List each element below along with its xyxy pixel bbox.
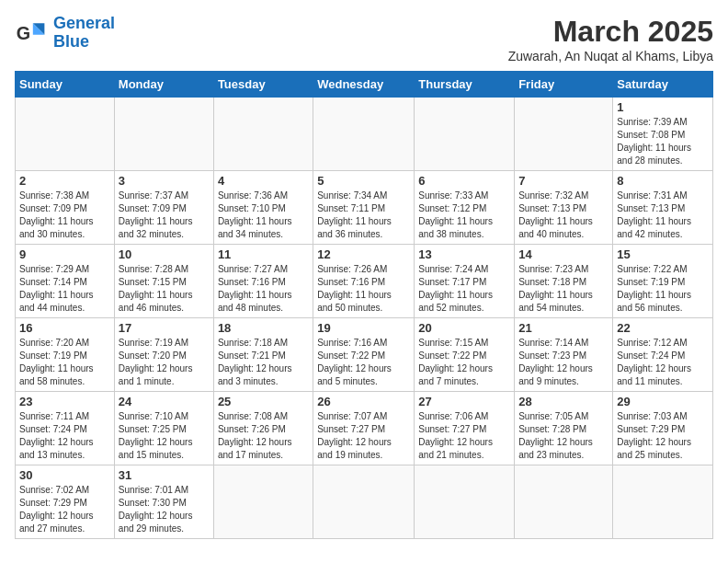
day-4: 4 Sunrise: 7:36 AMSunset: 7:10 PMDayligh… [213, 171, 313, 245]
location: Zuwarah, An Nuqat al Khams, Libya [508, 49, 713, 63]
week-row-4: 16 Sunrise: 7:20 AMSunset: 7:19 PMDaylig… [16, 318, 713, 392]
empty-cell [16, 98, 115, 171]
day-23: 23 Sunrise: 7:11 AMSunset: 7:24 PMDaylig… [16, 392, 115, 465]
day-2: 2 Sunrise: 7:38 AMSunset: 7:09 PMDayligh… [16, 171, 115, 245]
day-20: 20 Sunrise: 7:15 AMSunset: 7:22 PMDaylig… [415, 318, 515, 392]
empty-cell [213, 465, 313, 539]
week-row-6: 30 Sunrise: 7:02 AMSunset: 7:29 PMDaylig… [16, 465, 713, 539]
day-16: 16 Sunrise: 7:20 AMSunset: 7:19 PMDaylig… [16, 318, 115, 392]
empty-cell [213, 98, 313, 171]
month-title: March 2025 [508, 15, 713, 49]
empty-cell [515, 98, 613, 171]
day-8: 8 Sunrise: 7:31 AMSunset: 7:13 PMDayligh… [613, 171, 713, 245]
logo-general: General [53, 14, 115, 32]
day-15: 15 Sunrise: 7:22 AMSunset: 7:19 PMDaylig… [613, 245, 713, 318]
day-1: 1 Sunrise: 7:39 AMSunset: 7:08 PMDayligh… [613, 98, 713, 171]
logo-text: General Blue [53, 15, 115, 52]
calendar-table: Sunday Monday Tuesday Wednesday Thursday… [15, 71, 713, 539]
day-31: 31 Sunrise: 7:01 AMSunset: 7:30 PMDaylig… [114, 465, 213, 539]
logo: G General Blue [15, 15, 115, 52]
empty-cell [613, 465, 713, 539]
day-9: 9 Sunrise: 7:29 AMSunset: 7:14 PMDayligh… [16, 245, 115, 318]
empty-cell [415, 465, 515, 539]
empty-cell [114, 98, 213, 171]
day-27: 27 Sunrise: 7:06 AMSunset: 7:27 PMDaylig… [415, 392, 515, 465]
empty-cell [313, 98, 415, 171]
day-29: 29 Sunrise: 7:03 AMSunset: 7:29 PMDaylig… [613, 392, 713, 465]
header-tuesday: Tuesday [213, 72, 313, 98]
day-5: 5 Sunrise: 7:34 AMSunset: 7:11 PMDayligh… [313, 171, 415, 245]
day-22: 22 Sunrise: 7:12 AMSunset: 7:24 PMDaylig… [613, 318, 713, 392]
day-3: 3 Sunrise: 7:37 AMSunset: 7:09 PMDayligh… [114, 171, 213, 245]
day-30: 30 Sunrise: 7:02 AMSunset: 7:29 PMDaylig… [16, 465, 115, 539]
empty-cell [313, 465, 415, 539]
day-14: 14 Sunrise: 7:23 AMSunset: 7:18 PMDaylig… [515, 245, 613, 318]
week-row-5: 23 Sunrise: 7:11 AMSunset: 7:24 PMDaylig… [16, 392, 713, 465]
header-sunday: Sunday [16, 72, 115, 98]
empty-cell [415, 98, 515, 171]
header-saturday: Saturday [613, 72, 713, 98]
header-wednesday: Wednesday [313, 72, 415, 98]
day-13: 13 Sunrise: 7:24 AMSunset: 7:17 PMDaylig… [415, 245, 515, 318]
day-11: 11 Sunrise: 7:27 AMSunset: 7:16 PMDaylig… [213, 245, 313, 318]
day-17: 17 Sunrise: 7:19 AMSunset: 7:20 PMDaylig… [114, 318, 213, 392]
day-21: 21 Sunrise: 7:14 AMSunset: 7:23 PMDaylig… [515, 318, 613, 392]
day-18: 18 Sunrise: 7:18 AMSunset: 7:21 PMDaylig… [213, 318, 313, 392]
page-header: G General Blue March 2025 Zuwarah, An Nu… [15, 15, 713, 63]
day-25: 25 Sunrise: 7:08 AMSunset: 7:26 PMDaylig… [213, 392, 313, 465]
day-10: 10 Sunrise: 7:28 AMSunset: 7:15 PMDaylig… [114, 245, 213, 318]
day-24: 24 Sunrise: 7:10 AMSunset: 7:25 PMDaylig… [114, 392, 213, 465]
header-thursday: Thursday [415, 72, 515, 98]
logo-blue: Blue [53, 32, 89, 51]
title-block: March 2025 Zuwarah, An Nuqat al Khams, L… [508, 15, 713, 63]
day-26: 26 Sunrise: 7:07 AMSunset: 7:27 PMDaylig… [313, 392, 415, 465]
day-12: 12 Sunrise: 7:26 AMSunset: 7:16 PMDaylig… [313, 245, 415, 318]
svg-text:G: G [17, 23, 30, 43]
logo-icon: G [15, 17, 48, 50]
day-6: 6 Sunrise: 7:33 AMSunset: 7:12 PMDayligh… [415, 171, 515, 245]
header-monday: Monday [114, 72, 213, 98]
week-row-3: 9 Sunrise: 7:29 AMSunset: 7:14 PMDayligh… [16, 245, 713, 318]
empty-cell [515, 465, 613, 539]
week-row-1: 1 Sunrise: 7:39 AMSunset: 7:08 PMDayligh… [16, 98, 713, 171]
day-7: 7 Sunrise: 7:32 AMSunset: 7:13 PMDayligh… [515, 171, 613, 245]
week-row-2: 2 Sunrise: 7:38 AMSunset: 7:09 PMDayligh… [16, 171, 713, 245]
header-friday: Friday [515, 72, 613, 98]
day-28: 28 Sunrise: 7:05 AMSunset: 7:28 PMDaylig… [515, 392, 613, 465]
weekday-header-row: Sunday Monday Tuesday Wednesday Thursday… [16, 72, 713, 98]
day-19: 19 Sunrise: 7:16 AMSunset: 7:22 PMDaylig… [313, 318, 415, 392]
